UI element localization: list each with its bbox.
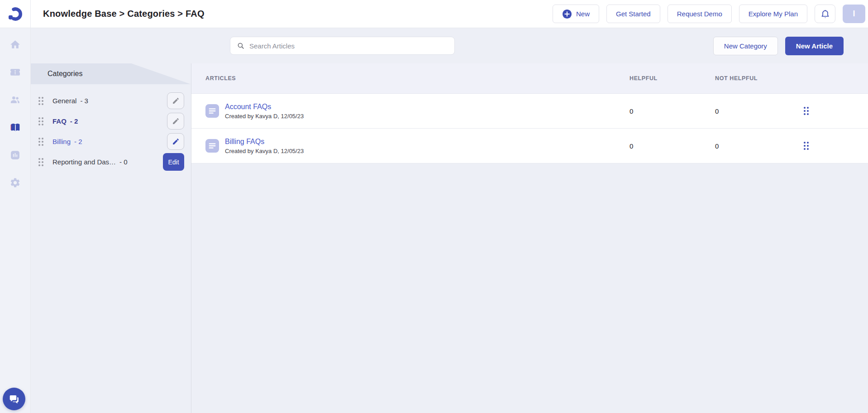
nav-knowledge-base-icon[interactable] xyxy=(10,121,21,133)
new-button[interactable]: New xyxy=(553,5,599,23)
table-row[interactable]: Account FAQs Created by Kavya D, 12/05/2… xyxy=(191,94,868,129)
not-helpful-count: 0 xyxy=(715,142,801,150)
get-started-button[interactable]: Get Started xyxy=(606,5,660,23)
nav-reports-icon[interactable] xyxy=(10,149,21,161)
article-title-link[interactable]: Billing FAQs xyxy=(225,138,304,146)
drag-handle-icon[interactable] xyxy=(38,97,40,99)
plus-circle-icon xyxy=(562,9,572,19)
category-label[interactable]: General - 3 xyxy=(52,97,88,105)
logo-icon xyxy=(7,5,24,23)
nav-home-icon[interactable] xyxy=(10,38,21,50)
top-bar: Knowledge Base > Categories > FAQ New Ge… xyxy=(0,0,868,28)
category-label[interactable]: Reporting and Das… - 0 xyxy=(52,158,128,166)
article-meta: Created by Kavya D, 12/05/23 xyxy=(225,113,304,120)
row-drag-handle-icon[interactable] xyxy=(804,142,806,144)
table-header: ARTICLES HELPFUL NOT HELPFUL xyxy=(191,63,868,94)
categories-panel-title: Categories xyxy=(31,63,191,84)
category-item-faq[interactable]: FAQ - 2 xyxy=(31,111,191,131)
nav-settings-icon[interactable] xyxy=(10,177,21,188)
category-item-reporting[interactable]: Reporting and Das… - 0 Edit xyxy=(31,152,191,172)
category-label[interactable]: Billing - 2 xyxy=(52,138,82,145)
article-meta: Created by Kavya D, 12/05/23 xyxy=(225,148,304,154)
not-helpful-count: 0 xyxy=(715,107,801,115)
categories-list: General - 3 F xyxy=(31,84,191,172)
categories-panel: Categories General - 3 xyxy=(31,63,191,413)
edit-category-button[interactable]: Edit xyxy=(163,153,184,171)
app-logo[interactable] xyxy=(0,0,31,28)
row-drag-handle-icon[interactable] xyxy=(804,107,806,109)
new-article-button[interactable]: New Article xyxy=(785,37,844,55)
left-nav-rail xyxy=(0,28,31,413)
chat-icon xyxy=(8,393,20,405)
column-header-not-helpful: NOT HELPFUL xyxy=(715,75,801,82)
notifications-button[interactable] xyxy=(815,5,835,23)
helpful-count: 0 xyxy=(630,142,715,150)
pencil-icon xyxy=(172,138,180,145)
nav-tickets-icon[interactable] xyxy=(10,66,21,78)
article-icon xyxy=(205,139,219,153)
bell-icon xyxy=(820,9,830,19)
article-title-link[interactable]: Account FAQs xyxy=(225,103,304,111)
content-area: New Category New Article Categories Gene… xyxy=(31,28,868,413)
pencil-icon xyxy=(172,97,180,105)
edit-category-button[interactable] xyxy=(167,113,184,130)
search-articles-input[interactable] xyxy=(249,37,454,54)
table-row[interactable]: Billing FAQs Created by Kavya D, 12/05/2… xyxy=(191,129,868,163)
article-icon xyxy=(205,104,219,118)
topbar-actions: New Get Started Request Demo Explore My … xyxy=(553,5,865,23)
drag-handle-icon[interactable] xyxy=(38,158,40,160)
nav-contacts-icon[interactable] xyxy=(10,94,21,106)
search-box xyxy=(230,37,455,55)
articles-toolbar: New Category New Article xyxy=(31,28,868,63)
articles-table: ARTICLES HELPFUL NOT HELPFUL xyxy=(191,63,868,413)
search-icon xyxy=(237,42,245,50)
category-item-general[interactable]: General - 3 xyxy=(31,91,191,111)
avatar-initial: I xyxy=(853,9,855,19)
category-label[interactable]: FAQ - 2 xyxy=(52,117,78,125)
column-header-articles: ARTICLES xyxy=(191,75,630,82)
edit-category-button[interactable] xyxy=(167,133,184,150)
explore-my-plan-button[interactable]: Explore My Plan xyxy=(739,5,807,23)
column-header-helpful: HELPFUL xyxy=(630,75,715,82)
new-button-label: New xyxy=(576,10,590,18)
helpful-count: 0 xyxy=(630,107,715,115)
drag-handle-icon[interactable] xyxy=(38,138,40,139)
chat-widget-button[interactable] xyxy=(3,388,25,410)
drag-handle-icon[interactable] xyxy=(38,117,40,119)
request-demo-button[interactable]: Request Demo xyxy=(668,5,732,23)
user-avatar[interactable]: I xyxy=(843,5,865,23)
app: Knowledge Base > Categories > FAQ New Ge… xyxy=(0,0,868,413)
breadcrumb[interactable]: Knowledge Base > Categories > FAQ xyxy=(43,9,205,19)
new-category-button[interactable]: New Category xyxy=(713,37,778,55)
pencil-icon xyxy=(172,117,180,125)
category-item-billing[interactable]: Billing - 2 xyxy=(31,131,191,152)
edit-category-button[interactable] xyxy=(167,92,184,109)
